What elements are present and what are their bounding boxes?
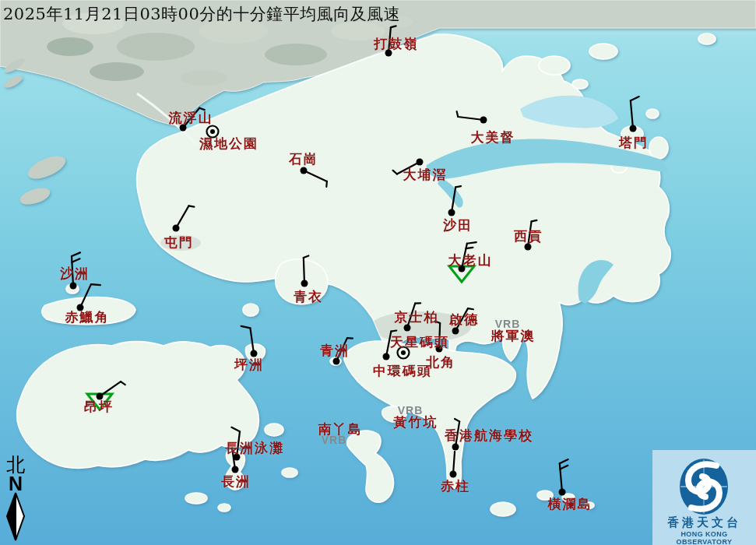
station-kai-tak xyxy=(452,308,473,334)
map-title: 2025年11月21日03時00分的十分鐘平均風向及風速 xyxy=(3,3,400,25)
station-sai-kung xyxy=(525,220,537,251)
station-lau-fau-shan xyxy=(180,108,205,132)
station-hk-sea-school xyxy=(452,419,460,450)
compass-north: 北 N xyxy=(2,455,30,542)
station-sha-chau xyxy=(70,252,81,289)
compass-needle-icon xyxy=(2,492,29,542)
station-waglan-island xyxy=(559,459,568,495)
station-tai-mei-tuk xyxy=(457,111,487,123)
station-tates-cairn xyxy=(449,242,476,282)
station-tai-po-kau xyxy=(393,159,424,174)
station-peng-chau xyxy=(241,326,258,357)
station-tuen-mun xyxy=(173,206,195,231)
hko-logo-name-cn: 香港天文台 xyxy=(652,515,756,530)
station-tsing-yi xyxy=(301,255,309,287)
station-sha-tin xyxy=(448,186,462,216)
station-stanley xyxy=(450,452,457,477)
station-kings-park xyxy=(404,303,421,331)
hko-logo-name-en: HONG KONG OBSERVATORY xyxy=(652,530,756,545)
hko-logo-icon xyxy=(652,456,756,517)
station-ngong-ping xyxy=(87,382,125,410)
station-chek-lap-kok xyxy=(77,284,100,311)
station-star-ferry-pier xyxy=(398,347,410,359)
stations-layer xyxy=(0,0,756,545)
station-ta-kwu-ling xyxy=(385,26,396,56)
station-shek-kong xyxy=(301,167,327,187)
hko-logo: 香港天文台 HONG KONG OBSERVATORY xyxy=(652,450,756,545)
wind-map-app: 打鼓嶺流浮山濕地公園石崗大埔滘大美督塔門屯門沙洲赤鱲角沙田西貢大老山青衣京士柏啟… xyxy=(0,0,756,545)
station-tap-mun xyxy=(630,97,639,132)
station-wetland-park xyxy=(207,126,219,138)
station-green-island xyxy=(333,338,353,364)
station-north-point xyxy=(435,321,443,352)
compass-label-n: N xyxy=(2,475,30,492)
station-central-pier xyxy=(383,331,397,360)
